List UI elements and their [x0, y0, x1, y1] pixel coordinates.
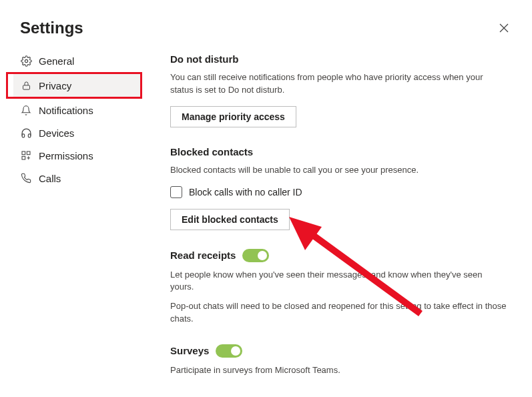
- lock-icon: [20, 79, 32, 91]
- sidebar: General Privacy Notifications: [0, 49, 147, 396]
- gear-icon: [20, 55, 32, 67]
- svg-rect-4: [22, 151, 25, 155]
- checkbox-label: Block calls with no caller ID: [189, 187, 302, 197]
- section-surveys: Surveys Participate in surveys from Micr…: [170, 344, 507, 377]
- sidebar-item-notifications[interactable]: Notifications: [13, 99, 140, 121]
- sidebar-item-privacy[interactable]: Privacy: [13, 74, 140, 97]
- read-receipts-toggle[interactable]: [242, 249, 269, 262]
- svg-rect-5: [27, 151, 30, 155]
- close-icon: [499, 23, 509, 33]
- section-desc-receipts-1: Let people know when you've seen their m…: [170, 269, 507, 294]
- sidebar-item-label: Privacy: [39, 80, 71, 91]
- section-heading-receipts: Read receipts: [170, 249, 507, 262]
- section-heading-blocked: Blocked contacts: [170, 146, 507, 157]
- surveys-toggle[interactable]: [216, 344, 242, 358]
- sidebar-item-label: Devices: [39, 127, 74, 139]
- close-button[interactable]: [496, 20, 512, 36]
- section-desc-surveys: Participate in surveys from Microsoft Te…: [170, 364, 507, 377]
- header: Settings: [0, 0, 532, 49]
- highlight-annotation: Privacy: [6, 72, 142, 99]
- section-heading-surveys-text: Surveys: [170, 345, 209, 356]
- section-heading-surveys: Surveys: [170, 344, 507, 358]
- sidebar-item-label: Notifications: [39, 105, 93, 116]
- manage-priority-access-button[interactable]: Manage priority access: [170, 106, 296, 127]
- section-blocked-contacts: Blocked contacts Blocked contacts will b…: [170, 146, 507, 230]
- section-heading-receipts-text: Read receipts: [170, 250, 236, 261]
- section-desc-dnd: You can still receive notifications from…: [170, 71, 507, 97]
- block-no-caller-id-checkbox[interactable]: Block calls with no caller ID: [170, 186, 507, 198]
- sidebar-item-label: General: [39, 55, 74, 67]
- settings-title: Settings: [20, 19, 83, 37]
- apps-icon: [20, 149, 32, 161]
- section-heading-dnd: Do not disturb: [170, 53, 507, 65]
- sidebar-item-permissions[interactable]: Permissions: [13, 144, 140, 167]
- section-desc-blocked: Blocked contacts will be unable to call …: [170, 164, 507, 177]
- section-do-not-disturb: Do not disturb You can still receive not…: [170, 53, 507, 127]
- main-content: Do not disturb You can still receive not…: [147, 49, 532, 396]
- edit-blocked-contacts-button[interactable]: Edit blocked contacts: [170, 209, 290, 230]
- section-read-receipts: Read receipts Let people know when you'v…: [170, 249, 507, 326]
- sidebar-item-general[interactable]: General: [13, 49, 140, 72]
- svg-rect-3: [23, 85, 29, 89]
- checkbox-icon: [170, 186, 182, 198]
- svg-point-2: [25, 59, 27, 62]
- phone-icon: [20, 172, 32, 184]
- sidebar-item-calls[interactable]: Calls: [13, 167, 140, 189]
- svg-rect-6: [22, 156, 25, 159]
- sidebar-item-devices[interactable]: Devices: [13, 121, 140, 144]
- sidebar-item-label: Calls: [39, 173, 61, 184]
- section-desc-receipts-2: Pop-out chats will need to be closed and…: [170, 300, 507, 326]
- headset-icon: [20, 127, 32, 139]
- sidebar-item-label: Permissions: [39, 150, 93, 161]
- bell-icon: [20, 104, 32, 116]
